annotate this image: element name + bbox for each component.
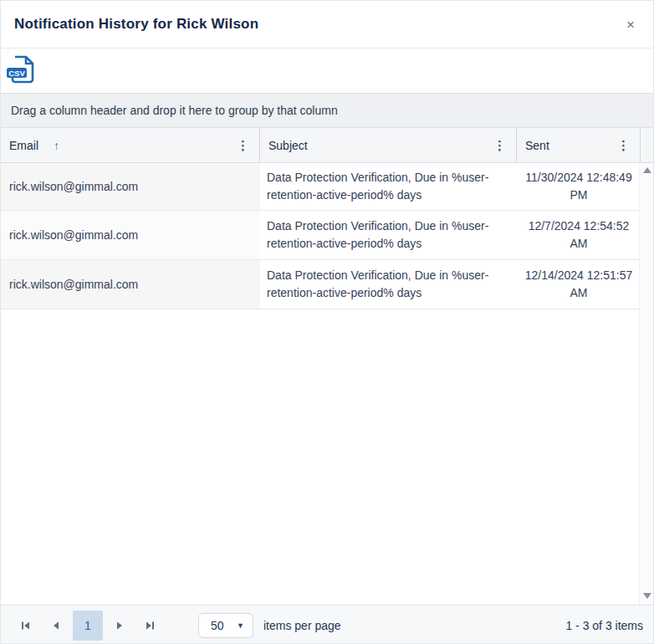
page-size-value: 50	[211, 619, 224, 632]
column-header-subject[interactable]: Subject ⋮	[260, 128, 517, 162]
grid-toolbar: CSV	[1, 49, 653, 93]
first-page-button[interactable]	[11, 611, 41, 641]
subject-cell: Data Protection Verification, Due in %us…	[260, 211, 517, 259]
subject-cell: Data Protection Verification, Due in %us…	[260, 260, 517, 309]
group-by-drop-zone[interactable]: Drag a column header and drop it here to…	[1, 93, 653, 128]
previous-page-button[interactable]	[41, 611, 71, 641]
page-size-select[interactable]: 50 ▼	[198, 613, 253, 638]
dialog-title: Notification History for Rick Wilson	[14, 16, 258, 33]
group-by-hint-text: Drag a column header and drop it here to…	[11, 104, 338, 117]
column-header-email[interactable]: Email ↑ ⋮	[1, 128, 260, 162]
close-icon[interactable]: ×	[621, 14, 640, 35]
table-row: rick.wilson@gimmal.com Data Protection V…	[1, 211, 653, 260]
table-row: rick.wilson@gimmal.com Data Protection V…	[1, 163, 653, 211]
subject-cell: Data Protection Verification, Due in %us…	[260, 163, 517, 210]
subject-column-menu-icon[interactable]: ⋮	[490, 137, 509, 153]
column-header-sent[interactable]: Sent ⋮	[517, 128, 641, 162]
last-page-icon	[143, 619, 156, 632]
table-row: rick.wilson@gimmal.com Data Protection V…	[1, 260, 653, 309]
grid-header-row: Email ↑ ⋮ Subject ⋮ Sent ⋮	[1, 128, 653, 163]
email-cell: rick.wilson@gimmal.com	[1, 260, 260, 309]
vertical-scrollbar[interactable]	[639, 163, 653, 605]
email-column-menu-icon[interactable]: ⋮	[233, 137, 253, 153]
header-filler	[641, 128, 654, 162]
sent-cell: 12/14/2024 12:51:57 AM	[517, 260, 641, 309]
scroll-up-icon[interactable]	[643, 167, 651, 173]
chevron-down-icon: ▼	[237, 621, 244, 630]
email-cell: rick.wilson@gimmal.com	[1, 211, 260, 259]
column-header-sent-label: Sent	[525, 139, 549, 152]
sent-cell: 11/30/2024 12:48:49 PM	[517, 163, 641, 210]
scroll-down-icon[interactable]	[643, 593, 651, 599]
svg-text:CSV: CSV	[8, 68, 25, 77]
page-number-button[interactable]: 1	[73, 611, 103, 641]
sort-ascending-icon: ↑	[54, 140, 59, 151]
column-header-subject-label: Subject	[268, 139, 308, 152]
email-cell: rick.wilson@gimmal.com	[1, 163, 260, 210]
items-per-page-label: items per page	[263, 619, 341, 632]
next-page-icon	[113, 619, 126, 632]
sent-cell: 12/7/2024 12:54:52 AM	[517, 211, 641, 259]
export-csv-button[interactable]: CSV	[4, 52, 39, 87]
sent-column-menu-icon[interactable]: ⋮	[614, 137, 633, 153]
previous-page-icon	[49, 619, 63, 632]
pager-range-label: 1 - 3 of 3 items	[565, 619, 643, 632]
notification-history-dialog: Notification History for Rick Wilson × C…	[0, 0, 654, 644]
dialog-title-bar: Notification History for Rick Wilson ×	[1, 1, 653, 49]
grid-pager: 1 50 ▼ items per page 1 - 3 of 3 items	[1, 605, 653, 644]
first-page-icon	[19, 619, 33, 632]
grid-body: rick.wilson@gimmal.com Data Protection V…	[1, 163, 653, 605]
next-page-button[interactable]	[105, 611, 135, 641]
last-page-button[interactable]	[135, 611, 165, 641]
csv-file-icon: CSV	[6, 54, 38, 85]
column-header-email-label: Email	[9, 139, 38, 152]
